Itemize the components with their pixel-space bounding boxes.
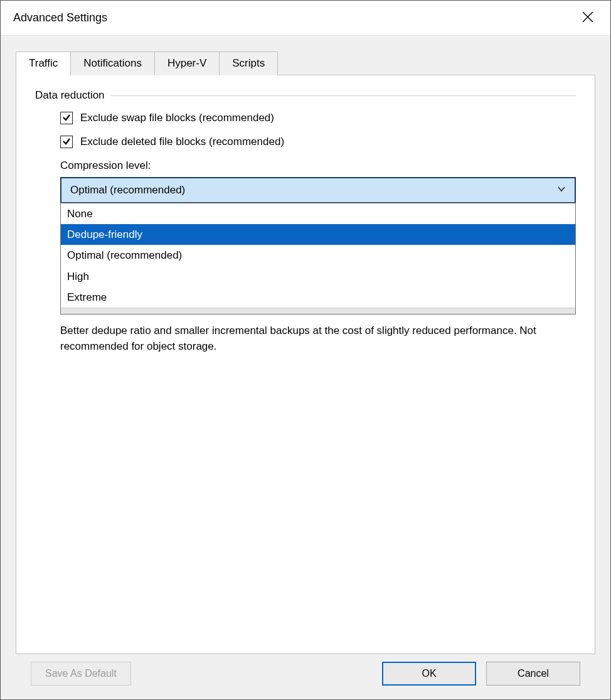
checkbox-exclude-deleted[interactable] (60, 136, 73, 148)
tab-hyper-v[interactable]: Hyper-V (154, 51, 220, 75)
cancel-button[interactable]: Cancel (486, 662, 580, 686)
checkmark-icon (62, 113, 71, 124)
checkmark-icon (62, 137, 71, 148)
tab-scripts[interactable]: Scripts (219, 51, 278, 75)
compression-selected-value: Optimal (recommended) (70, 184, 185, 197)
option-high[interactable]: High (61, 266, 575, 287)
option-extreme[interactable]: Extreme (61, 287, 575, 308)
compression-level-label: Compression level: (60, 159, 576, 172)
save-as-default-button: Save As Default (31, 662, 131, 686)
checkbox-exclude-swap[interactable] (60, 112, 73, 124)
ok-button[interactable]: OK (382, 662, 476, 686)
checkbox-exclude-deleted-label: Exclude deleted file blocks (recommended… (80, 136, 284, 148)
checkbox-exclude-swap-label: Exclude swap file blocks (recommended) (80, 112, 274, 124)
tab-traffic[interactable]: Traffic (16, 51, 71, 75)
dialog-body: Traffic Notifications Hyper-V Scripts Da… (1, 36, 610, 699)
group-data-reduction: Data reduction (35, 89, 576, 102)
compression-description: Better dedupe ratio and smaller incremen… (60, 323, 556, 354)
chevron-down-icon (557, 184, 566, 197)
compression-dropdown: None Dedupe-friendly Optimal (recommende… (60, 203, 576, 315)
tabstrip: Traffic Notifications Hyper-V Scripts (16, 51, 595, 75)
titlebar: Advanced Settings (1, 1, 610, 36)
close-button[interactable] (575, 6, 600, 31)
group-label: Data reduction (35, 89, 105, 102)
button-bar: Save As Default OK Cancel (16, 654, 595, 699)
tab-notifications[interactable]: Notifications (70, 51, 155, 75)
close-icon (582, 11, 593, 24)
dropdown-footer (61, 308, 575, 314)
window-title: Advanced Settings (13, 11, 107, 24)
option-dedupe-friendly[interactable]: Dedupe-friendly (61, 224, 575, 245)
advanced-settings-dialog: Advanced Settings Traffic Notifications … (0, 0, 611, 700)
option-none[interactable]: None (61, 203, 575, 224)
checkbox-exclude-swap-row[interactable]: Exclude swap file blocks (recommended) (60, 112, 576, 124)
tab-panel-traffic: Data reduction Exclude swap file blocks … (16, 75, 595, 654)
option-optimal[interactable]: Optimal (recommended) (61, 245, 575, 266)
compression-combo-wrap: Optimal (recommended) None Dedupe-friend… (60, 177, 576, 315)
checkbox-exclude-deleted-row[interactable]: Exclude deleted file blocks (recommended… (60, 136, 576, 148)
compression-level-select[interactable]: Optimal (recommended) (60, 177, 576, 203)
divider (111, 95, 576, 96)
